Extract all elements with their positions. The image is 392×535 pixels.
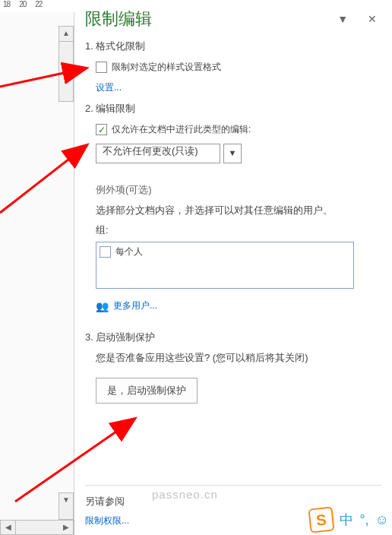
pane-title: 限制编辑: [85, 8, 152, 30]
allow-edit-type-label: 仅允许在文档中进行此类型的编辑:: [112, 123, 251, 136]
ime-punct[interactable]: °,: [359, 512, 368, 528]
restrict-permission-link[interactable]: 限制权限...: [85, 515, 129, 526]
start-enforcement-button[interactable]: 是，启动强制保护: [96, 378, 198, 404]
edit-type-dropdown[interactable]: 不允许任何更改(只读): [96, 144, 220, 163]
watermark-text: passneo.cn: [152, 488, 218, 501]
ime-toolbar: S 中 °, ☺: [309, 506, 392, 533]
exceptions-text: 选择部分文档内容，并选择可以对其任意编辑的用户。: [96, 203, 381, 218]
pane-options-icon[interactable]: ▼: [337, 13, 348, 25]
section-2-head: 2. 编辑限制: [85, 102, 381, 116]
scroll-left-icon[interactable]: ◀: [1, 521, 16, 534]
scroll-up-icon[interactable]: ▲: [59, 27, 73, 42]
limit-formatting-label: 限制对选定的样式设置格式: [112, 61, 221, 74]
everyone-label: 每个人: [115, 245, 143, 258]
sogou-icon[interactable]: S: [308, 506, 335, 533]
group-label: 组:: [96, 223, 381, 238]
groups-listbox[interactable]: 每个人: [96, 242, 354, 289]
vertical-scrollbar[interactable]: ▲: [58, 26, 74, 102]
horizontal-scrollbar[interactable]: ◀ ▶: [0, 520, 74, 535]
section-3-head: 3. 启动强制保护: [85, 331, 381, 344]
more-users-link[interactable]: 更多用户...: [113, 299, 157, 312]
restrict-editing-pane: 限制编辑 ▼ ✕ 1. 格式化限制 限制对选定的样式设置格式 设置... 2. …: [74, 0, 392, 535]
limit-formatting-checkbox[interactable]: [96, 62, 107, 73]
document-area: ▲ ▼ ◀ ▶: [0, 12, 74, 535]
settings-link[interactable]: 设置...: [96, 81, 122, 94]
horizontal-ruler: 18 20 22: [0, 0, 53, 12]
ime-emoji-icon[interactable]: ☺: [375, 512, 389, 528]
dropdown-arrow-icon[interactable]: ▼: [223, 144, 242, 163]
ime-lang[interactable]: 中: [340, 511, 353, 529]
section-3-body: 您是否准备应用这些设置? (您可以稍后将其关闭): [96, 350, 381, 366]
section-1-head: 1. 格式化限制: [85, 40, 381, 53]
close-icon[interactable]: ✕: [368, 13, 377, 25]
everyone-checkbox[interactable]: [100, 246, 111, 258]
scroll-right-icon[interactable]: ▶: [58, 521, 74, 534]
allow-edit-type-checkbox[interactable]: [96, 124, 107, 135]
exceptions-head: 例外项(可选): [96, 183, 381, 197]
scroll-down-icon[interactable]: ▼: [58, 492, 74, 520]
users-icon: 👥: [96, 300, 109, 312]
